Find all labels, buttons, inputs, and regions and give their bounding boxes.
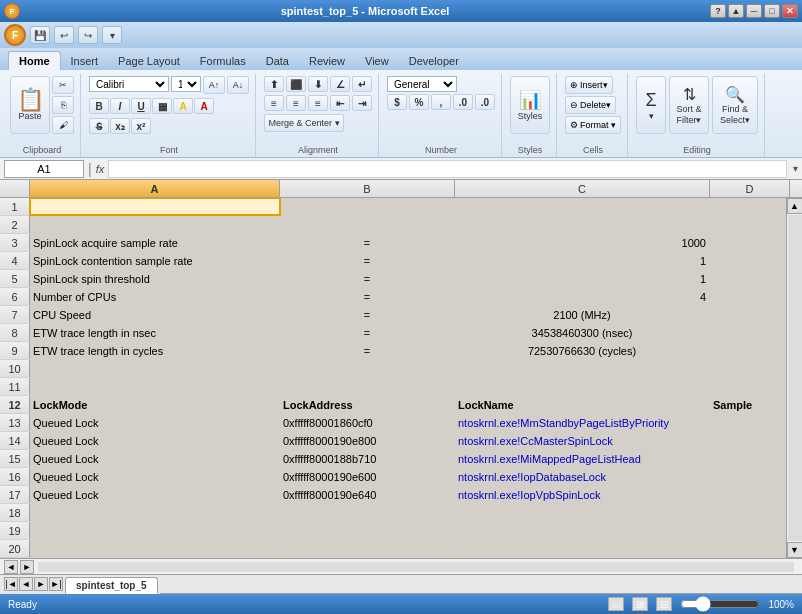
find-select-button[interactable]: 🔍 Find &Select▾ [712,76,758,134]
cell-d13[interactable] [710,414,786,431]
fill-color-button[interactable]: A [173,98,193,114]
qat-undo[interactable]: ↩ [54,26,74,44]
cell-b5[interactable]: = [280,270,455,287]
cell-a4[interactable]: SpinLock contention sample rate [30,252,280,269]
align-left-button[interactable]: ≡ [264,95,284,111]
row-header-16[interactable]: 16 [0,468,30,485]
row-header-9[interactable]: 9 [0,342,30,359]
cell-b12[interactable]: LockAddress [280,396,455,413]
cell-a7[interactable]: CPU Speed [30,306,280,323]
cell-b7[interactable]: = [280,306,455,323]
row-header-8[interactable]: 8 [0,324,30,341]
subscript-button[interactable]: x₂ [110,118,130,134]
cell-d17[interactable] [710,486,786,503]
underline-button[interactable]: U [131,98,151,114]
strikethrough-button[interactable]: S̶ [89,118,109,134]
cell-c19[interactable] [455,522,710,539]
merge-center-button[interactable]: Merge & Center ▾ [264,114,344,132]
row-header-5[interactable]: 5 [0,270,30,287]
scroll-track[interactable] [788,215,802,541]
page-layout-view-button[interactable]: ⊞ [632,597,648,611]
cell-b19[interactable] [280,522,455,539]
col-header-d[interactable]: D [710,180,790,197]
scroll-left-button[interactable]: ◄ [4,560,18,574]
cell-a1[interactable] [30,198,280,215]
cell-c20[interactable] [455,540,710,557]
cell-a20[interactable] [30,540,280,557]
cell-c4[interactable]: 1 [455,252,710,269]
cell-c17[interactable]: ntoskrnl.exe!IopVpbSpinLock [455,486,710,503]
italic-button[interactable]: I [110,98,130,114]
cell-c15[interactable]: ntoskrnl.exe!MiMappedPageListHead [455,450,710,467]
copy-button[interactable]: ⎘ [52,96,74,114]
cell-a2[interactable] [30,216,280,233]
scroll-up-button[interactable]: ▲ [787,198,803,214]
col-header-c[interactable]: C [455,180,710,197]
cell-b3[interactable]: = [280,234,455,251]
cell-c1[interactable] [455,198,710,215]
cell-a19[interactable] [30,522,280,539]
page-break-preview-button[interactable]: ⊟ [656,597,672,611]
format-painter-button[interactable]: 🖌 [52,116,74,134]
h-scroll-track[interactable] [38,562,794,572]
cell-d8[interactable] [710,324,786,341]
cell-c12[interactable]: LockName [455,396,710,413]
cell-b16[interactable]: 0xfffff8000190e600 [280,468,455,485]
wrap-text-button[interactable]: ↵ [352,76,372,92]
cell-b1[interactable] [280,198,455,215]
number-format-select[interactable]: General [387,76,457,92]
cell-c10[interactable] [455,360,710,377]
border-button[interactable]: ▦ [152,98,172,114]
cell-b15[interactable]: 0xfffff8000188b710 [280,450,455,467]
qat-redo[interactable]: ↪ [78,26,98,44]
decrease-indent-button[interactable]: ⇤ [330,95,350,111]
cell-d10[interactable] [710,360,786,377]
row-header-7[interactable]: 7 [0,306,30,323]
row-header-4[interactable]: 4 [0,252,30,269]
cell-a5[interactable]: SpinLock spin threshold [30,270,280,287]
cell-d5[interactable] [710,270,786,287]
select-all-button[interactable] [0,180,30,197]
cell-b14[interactable]: 0xfffff8000190e800 [280,432,455,449]
name-box[interactable] [4,160,84,178]
insert-cells-button[interactable]: ⊕ Insert▾ [565,76,613,94]
cell-b18[interactable] [280,504,455,521]
zoom-slider[interactable] [680,599,760,609]
cell-c11[interactable] [455,378,710,395]
delete-cells-button[interactable]: ⊖ Delete▾ [565,96,616,114]
cell-b8[interactable]: = [280,324,455,341]
sheet-first-button[interactable]: |◄ [4,577,18,591]
cell-c2[interactable] [455,216,710,233]
cell-c9[interactable]: 72530766630 (cycles) [455,342,710,359]
office-button-title[interactable]: F [4,3,20,19]
cell-d1[interactable] [710,198,786,215]
cell-d20[interactable] [710,540,786,557]
tab-insert[interactable]: Insert [61,52,109,70]
cell-a12[interactable]: LockMode [30,396,280,413]
formula-expand-button[interactable]: ▾ [793,163,798,174]
sheet-next-button[interactable]: ► [34,577,48,591]
text-angle-button[interactable]: ∠ [330,76,350,92]
cell-a18[interactable] [30,504,280,521]
cell-c18[interactable] [455,504,710,521]
decrease-font-button[interactable]: A↓ [227,76,249,94]
row-header-18[interactable]: 18 [0,504,30,521]
scroll-right-button[interactable]: ► [20,560,34,574]
office-button[interactable]: F [4,24,26,46]
increase-font-button[interactable]: A↑ [203,76,225,94]
increase-decimal-button[interactable]: .0 [453,94,473,110]
cell-a11[interactable] [30,378,280,395]
font-color-button[interactable]: A [194,98,214,114]
col-header-a[interactable]: A [30,180,280,197]
cell-c8[interactable]: 34538460300 (nsec) [455,324,710,341]
cell-b4[interactable]: = [280,252,455,269]
cell-d4[interactable] [710,252,786,269]
vertical-scrollbar[interactable]: ▲ ▼ [786,198,802,558]
cut-button[interactable]: ✂ [52,76,74,94]
row-header-17[interactable]: 17 [0,486,30,503]
cell-a13[interactable]: Queued Lock [30,414,280,431]
cell-d9[interactable] [710,342,786,359]
cell-a14[interactable]: Queued Lock [30,432,280,449]
row-header-10[interactable]: 10 [0,360,30,377]
align-top-button[interactable]: ⬆ [264,76,284,92]
